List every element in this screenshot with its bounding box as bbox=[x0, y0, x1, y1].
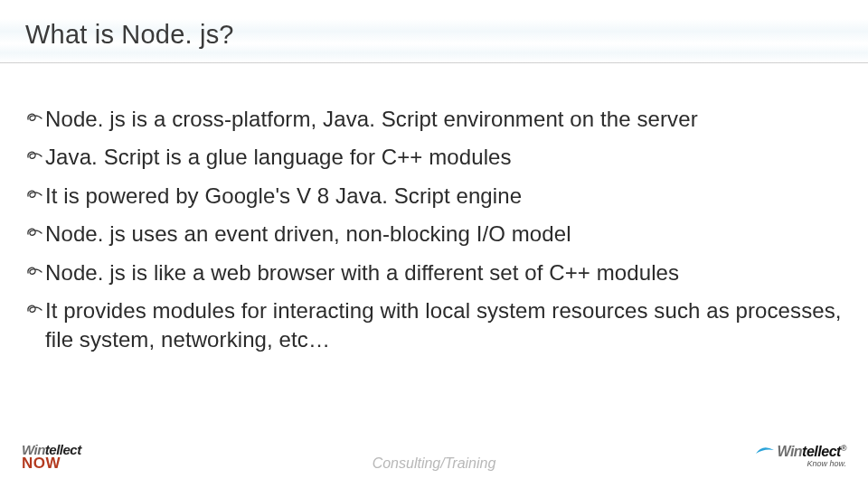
logo-right-brand: Wintellect® bbox=[755, 445, 846, 459]
bullet-text: Java. Script is a glue language for C++ … bbox=[45, 143, 512, 172]
bullet-text: Node. js uses an event driven, non-block… bbox=[45, 220, 571, 249]
scribble-bullet-icon bbox=[25, 296, 45, 322]
logo-text: Win bbox=[777, 444, 802, 459]
list-item: Node. js is like a web browser with a di… bbox=[25, 258, 843, 287]
slide-header: What is Node. js? bbox=[0, 0, 868, 62]
swoosh-icon bbox=[755, 445, 775, 455]
logo-left-bottom: NOW bbox=[22, 455, 81, 471]
list-item: Node. js is a cross-platform, Java. Scri… bbox=[25, 105, 843, 134]
slide-content: Node. js is a cross-platform, Java. Scri… bbox=[0, 63, 868, 355]
slide-footer: Wintellect NOW Consulting/Training Winte… bbox=[0, 434, 868, 488]
bullet-text: Node. js is a cross-platform, Java. Scri… bbox=[45, 105, 698, 134]
list-item: It is powered by Google's V 8 Java. Scri… bbox=[25, 182, 843, 211]
scribble-bullet-icon bbox=[25, 182, 45, 207]
logo-right-text: Wintellect® bbox=[777, 445, 846, 459]
list-item: Java. Script is a glue language for C++ … bbox=[25, 143, 843, 172]
bullet-text: Node. js is like a web browser with a di… bbox=[45, 258, 679, 287]
scribble-bullet-icon bbox=[25, 220, 45, 245]
footer-logo-left: Wintellect NOW bbox=[22, 443, 81, 471]
scribble-bullet-icon bbox=[25, 258, 45, 284]
bullet-text: It is powered by Google's V 8 Java. Scri… bbox=[45, 182, 522, 211]
list-item: Node. js uses an event driven, non-block… bbox=[25, 220, 843, 249]
bullet-text: It provides modules for interacting with… bbox=[45, 296, 843, 355]
logo-right-tagline: Know how. bbox=[755, 460, 846, 468]
list-item: It provides modules for interacting with… bbox=[25, 296, 843, 355]
footer-logo-right: Wintellect® Know how. bbox=[755, 445, 846, 468]
scribble-bullet-icon bbox=[25, 105, 45, 130]
slide-title: What is Node. js? bbox=[25, 20, 843, 50]
registered-mark: ® bbox=[841, 444, 846, 453]
footer-center-text: Consulting/Training bbox=[373, 455, 496, 472]
logo-text: tellect bbox=[802, 444, 841, 459]
scribble-bullet-icon bbox=[25, 143, 45, 168]
